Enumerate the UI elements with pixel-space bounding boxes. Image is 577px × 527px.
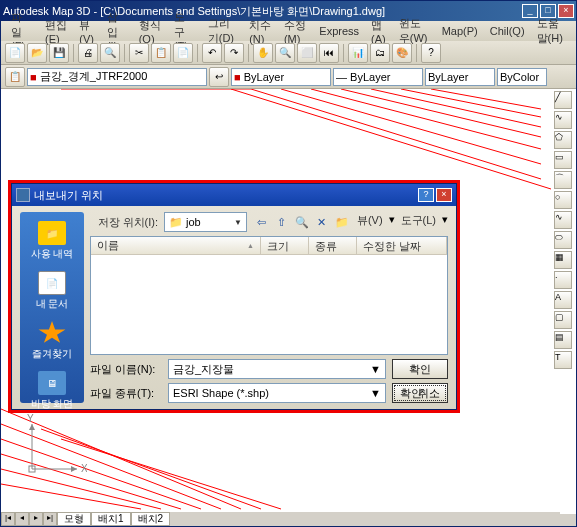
design-center-icon[interactable]: 🗂: [370, 43, 390, 63]
save-icon[interactable]: 💾: [49, 43, 69, 63]
dialog-title: 내보내기 위치: [34, 188, 418, 203]
menu-dimension[interactable]: 치수(N): [243, 16, 278, 47]
tab-model[interactable]: 모형: [57, 512, 91, 526]
tab-prev-icon[interactable]: ◂: [15, 512, 29, 526]
menu-map[interactable]: 맵(A): [365, 16, 393, 47]
new-folder-icon[interactable]: 📁: [333, 213, 351, 231]
help-icon[interactable]: ?: [421, 43, 441, 63]
table-tool-icon[interactable]: ▤: [554, 331, 572, 349]
separator: [248, 44, 249, 62]
cut-icon[interactable]: ✂: [129, 43, 149, 63]
point-tool-icon[interactable]: ·: [554, 271, 572, 289]
linetype-dropdown[interactable]: — ByLayer: [333, 68, 423, 86]
dialog-highlight: 내보내기 위치 ? × 📁 사용 내역 📄 내 문서: [8, 180, 460, 413]
menu-edit[interactable]: 편집(E): [39, 16, 73, 47]
column-type[interactable]: 종류: [309, 237, 357, 254]
view-menu-button[interactable]: 뷰(V): [353, 213, 387, 231]
tab-next-icon[interactable]: ▸: [29, 512, 43, 526]
redo-icon[interactable]: ↷: [224, 43, 244, 63]
mtext-tool-icon[interactable]: T: [554, 351, 572, 369]
region-tool-icon[interactable]: ▢: [554, 311, 572, 329]
filetype-label: 파일 종류(T):: [90, 386, 162, 401]
tab-layout1[interactable]: 배치1: [91, 512, 131, 526]
separator: [73, 44, 74, 62]
ellipse-tool-icon[interactable]: ⬭: [554, 231, 572, 249]
spline-tool-icon[interactable]: ∿: [554, 211, 572, 229]
menu-modify[interactable]: 수정(M): [278, 16, 313, 47]
search-web-icon[interactable]: 🔍: [293, 213, 311, 231]
color-dropdown[interactable]: ■ ByLayer: [231, 68, 331, 86]
layer-manager-icon[interactable]: 📋: [5, 67, 25, 87]
menubar: 파일(F) 편집(E) 뷰(V) 삽입(I) 형식(O) 도구(T) 그리기(D…: [1, 21, 576, 41]
tool-palette-icon[interactable]: 🎨: [392, 43, 412, 63]
new-icon[interactable]: 📄: [5, 43, 25, 63]
back-icon[interactable]: ⇦: [253, 213, 271, 231]
tab-last-icon[interactable]: ▸|: [43, 512, 57, 526]
tools-menu-button[interactable]: 도구(L): [397, 213, 440, 231]
preview-icon[interactable]: 🔍: [100, 43, 120, 63]
dialog-places-bar: 📁 사용 내역 📄 내 문서 즐겨찾기 🖥 바탕 화면: [20, 212, 84, 403]
pan-icon[interactable]: ✋: [253, 43, 273, 63]
export-dialog: 내보내기 위치 ? × 📁 사용 내역 📄 내 문서: [11, 183, 457, 410]
folder-dropdown[interactable]: 📁 job ▼: [164, 212, 247, 232]
up-folder-icon[interactable]: ⇧: [273, 213, 291, 231]
lineweight-dropdown[interactable]: ByLayer: [425, 68, 495, 86]
column-name[interactable]: 이름 ▲: [91, 237, 261, 254]
dialog-close-button[interactable]: ×: [436, 188, 452, 202]
dialog-help-button[interactable]: ?: [418, 188, 434, 202]
separator: [416, 44, 417, 62]
undo-icon[interactable]: ↶: [202, 43, 222, 63]
tab-first-icon[interactable]: |◂: [1, 512, 15, 526]
standard-toolbar: 📄 📂 💾 🖨 🔍 ✂ 📋 📄 ↶ ↷ ✋ 🔍 ⬜ ⏮ 📊 🗂 🎨 ?: [1, 41, 576, 65]
tab-layout2[interactable]: 배치2: [131, 512, 171, 526]
line-tool-icon[interactable]: ╱: [554, 91, 572, 109]
polygon-tool-icon[interactable]: ⬠: [554, 131, 572, 149]
file-list[interactable]: 이름 ▲ 크기 종류 수정한 날짜: [90, 236, 448, 355]
sidebar-item-desktop[interactable]: 🖥 바탕 화면: [24, 368, 80, 414]
print-icon[interactable]: 🖨: [78, 43, 98, 63]
filename-input[interactable]: 금강_지장물 ▼: [168, 359, 386, 379]
delete-icon[interactable]: ✕: [313, 213, 331, 231]
menu-mapp[interactable]: Map(P): [436, 23, 484, 39]
dropdown-arrow-icon: ▼: [370, 387, 381, 399]
arc-tool-icon[interactable]: ⌒: [554, 171, 572, 189]
cancel-button[interactable]: 확인취소: [392, 383, 448, 403]
desktop-icon: 🖥: [38, 371, 66, 395]
ucs-y-label: Y: [27, 414, 34, 424]
sidebar-item-history[interactable]: 📁 사용 내역: [24, 218, 80, 264]
open-icon[interactable]: 📂: [27, 43, 47, 63]
column-date[interactable]: 수정한 날짜: [357, 237, 447, 254]
menu-view[interactable]: 뷰(V): [73, 16, 101, 47]
filetype-dropdown[interactable]: ESRI Shape (*.shp) ▼: [168, 383, 386, 403]
zoom-icon[interactable]: 🔍: [275, 43, 295, 63]
svg-line-5: [341, 89, 541, 137]
plotstyle-dropdown[interactable]: ByColor: [497, 68, 547, 86]
zoom-previous-icon[interactable]: ⏮: [319, 43, 339, 63]
zoom-window-icon[interactable]: ⬜: [297, 43, 317, 63]
documents-icon: 📄: [38, 271, 66, 295]
sidebar-item-documents[interactable]: 📄 내 문서: [24, 268, 80, 314]
dialog-main: 저장 위치(I): 📁 job ▼ ⇦ ⇧ 🔍 ✕ 📁 뷰(V): [90, 212, 448, 403]
rectangle-tool-icon[interactable]: ▭: [554, 151, 572, 169]
file-list-body[interactable]: [91, 255, 447, 354]
draw-toolbar: ╱ ∿ ⬠ ▭ ⌒ ○ ∿ ⬭ ▦ · A ▢ ▤ T: [554, 91, 574, 369]
menu-chil[interactable]: Chil(Q): [484, 23, 531, 39]
hatch-tool-icon[interactable]: ▦: [554, 251, 572, 269]
svg-line-3: [281, 89, 541, 164]
ok-button[interactable]: 확인: [392, 359, 448, 379]
column-size[interactable]: 크기: [261, 237, 309, 254]
properties-icon[interactable]: 📊: [348, 43, 368, 63]
copy-icon[interactable]: 📋: [151, 43, 171, 63]
text-tool-icon[interactable]: A: [554, 291, 572, 309]
paste-icon[interactable]: 📄: [173, 43, 193, 63]
menu-format[interactable]: 형식(O): [133, 16, 168, 47]
menu-help[interactable]: 도움말(H): [531, 14, 572, 48]
polyline-tool-icon[interactable]: ∿: [554, 111, 572, 129]
layer-dropdown[interactable]: ■ 금강_경계_JTRF2000: [27, 68, 207, 86]
separator: [124, 44, 125, 62]
circle-tool-icon[interactable]: ○: [554, 191, 572, 209]
sidebar-item-favorites[interactable]: 즐겨찾기: [24, 318, 80, 364]
menu-express[interactable]: Express: [313, 23, 365, 39]
ucs-x-label: X: [81, 463, 87, 474]
layer-previous-icon[interactable]: ↩: [209, 67, 229, 87]
